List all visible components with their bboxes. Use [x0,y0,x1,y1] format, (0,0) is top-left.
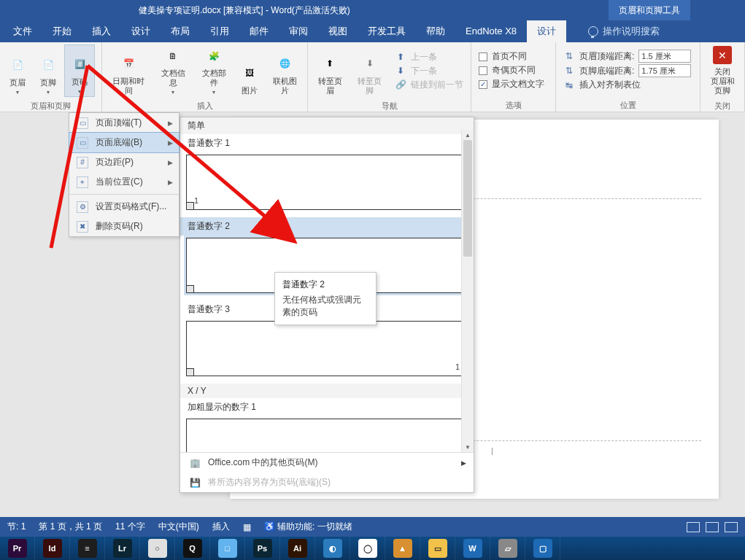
title-text: 健美操专项证明.docx [兼容模式] - Word(产品激活失败) [139,4,350,17]
chevron-down-icon: ▾ [16,89,19,96]
different-first-page[interactable]: 首页不同 [479,50,544,63]
taskbar-item[interactable]: ○ [140,537,175,560]
gallery-more-office[interactable]: 🏢Office.com 中的其他页码(M)▶ [180,453,474,472]
scroll-thumb[interactable] [463,140,472,257]
svg-line-0 [51,66,88,248]
header-distance-spinner[interactable]: 1.5 厘米 [638,50,691,63]
taskbar-item[interactable]: Ps [245,537,280,560]
tab-dev[interactable]: 开发工具 [358,20,416,42]
status-macro-icon[interactable]: ▦ [243,522,251,532]
header-button[interactable]: 📄页眉▾ [3,44,32,97]
taskbar-item[interactable]: ▭ [420,537,455,560]
group-label-nav: 导航 [308,99,471,112]
taskbar-item[interactable]: ≡ [70,537,105,560]
app-icon: ▲ [393,539,412,558]
goto-footer-icon: ⬇ [360,53,380,74]
taskbar-item[interactable]: W [455,537,490,560]
checkbox-icon[interactable] [479,66,487,75]
tab-view[interactable]: 视图 [318,20,358,42]
app-icon: Ps [253,539,272,558]
tab-layout[interactable]: 布局 [161,20,200,42]
app-icon: ▱ [498,539,517,558]
status-section[interactable]: 节: 1 [7,521,26,533]
prev-section: ⬆上一条 [395,51,463,63]
tab-review[interactable]: 审阅 [279,20,318,42]
tab-file[interactable]: 文件 [3,20,42,42]
tab-design[interactable]: 设计 [121,20,161,42]
app-icon: ▭ [428,539,447,558]
taskbar-item[interactable]: Pr [0,537,35,560]
goto-header-icon: ⬆ [320,53,340,74]
app-icon: ▢ [533,539,552,558]
app-icon: Pr [8,539,27,558]
tab-icon: ↹ [563,79,575,91]
status-words[interactable]: 11 个字 [115,521,145,533]
status-a11y[interactable]: ♿ 辅助功能: 一切就绪 [264,521,352,533]
close-hf-button[interactable]: ✕关闭 页眉和页脚 [703,44,741,97]
taskbar-item[interactable]: Lr [105,537,140,560]
status-page[interactable]: 第 1 页，共 1 页 [39,521,102,533]
gallery-item-plain3[interactable]: 1 [186,321,468,376]
view-print-icon[interactable] [706,522,719,532]
gallery-item-bold1-label: 加粗显示的数字 1 [180,398,474,416]
show-doc-text[interactable]: ✓显示文档文字 [479,78,544,90]
close-icon: ✕ [713,46,732,64]
app-icon: Id [43,539,62,558]
group-label-position: 位置 [556,98,700,112]
status-bar: 节: 1 第 1 页，共 1 页 11 个字 中文(中国) 插入 ▦ ♿ 辅助功… [0,517,745,537]
taskbar-item[interactable]: Q [175,537,210,560]
footer-distance-spinner[interactable]: 1.75 厘米 [638,64,691,77]
gallery-section-xy: X / Y [180,384,474,398]
tell-me-text: 操作说明搜索 [603,25,660,38]
taskbar-item[interactable]: ▢ [525,537,560,560]
tooltip-desc: 无任何格式或强调元素的页码 [282,294,368,319]
scroll-down-icon[interactable]: ▼ [462,442,474,452]
different-odd-even[interactable]: 奇偶页不同 [479,64,544,77]
tell-me-search[interactable]: 操作说明搜索 [588,25,660,38]
tab-insert[interactable]: 插入 [82,20,121,42]
tab-mailings[interactable]: 邮件 [239,20,279,42]
taskbar-item[interactable]: ▲ [385,537,420,560]
tab-help[interactable]: 帮助 [416,20,455,42]
insert-align-tab[interactable]: ↹插入对齐制表位 [563,79,691,91]
taskbar: PrId≡Lr○Q□PsAi◐◯▲▭W▱▢ [0,537,745,560]
taskbar-item[interactable]: ◐ [315,537,350,560]
view-read-icon[interactable] [687,522,700,532]
gallery-save-selection: 💾将所选内容另存为页码(底端)(S) [180,472,474,492]
taskbar-item[interactable]: □ [210,537,245,560]
app-icon: ◐ [323,539,342,558]
chevron-right-icon: ▶ [461,459,466,467]
app-icon: Q [183,539,202,558]
taskbar-item[interactable]: Ai [280,537,315,560]
app-icon: ◯ [358,539,377,558]
gallery-item-bold1[interactable]: 1 / 1 [186,419,468,452]
tab-endnote[interactable]: EndNote X8 [455,20,527,42]
prev-icon: ⬆ [395,51,406,63]
bulb-icon [588,26,598,36]
checkbox-icon[interactable]: ✓ [479,80,487,89]
status-insert[interactable]: 插入 [212,521,230,533]
text-cursor: | [491,446,493,455]
tooltip-title: 普通数字 2 [282,279,368,291]
taskbar-item[interactable]: ◯ [350,537,385,560]
tab-design-hf[interactable]: 设计 [527,20,566,42]
tab-references[interactable]: 引用 [200,20,239,42]
status-language[interactable]: 中文(中国) [158,521,199,533]
link-icon: 🔗 [395,79,406,90]
goto-footer-button[interactable]: ⬇转至页脚 [351,44,390,97]
tab-home[interactable]: 开始 [42,20,82,42]
link-previous: 🔗链接到前一节 [395,79,463,91]
scroll-up-icon[interactable]: ▲ [462,130,474,140]
taskbar-item[interactable]: ▱ [490,537,525,560]
view-web-icon[interactable] [725,522,738,532]
header-icon: 📄 [7,55,28,75]
svg-line-1 [88,66,292,239]
view-controls [687,522,738,532]
taskbar-item[interactable]: Id [35,537,70,560]
checkbox-icon[interactable] [479,52,487,61]
contextual-tab-label: 页眉和页脚工具 [609,0,690,20]
office-icon: 🏢 [189,457,201,469]
footer-distance: ⇅页脚底端距离:1.75 厘米 [563,64,691,77]
app-icon: □ [218,539,237,558]
gallery-scrollbar[interactable]: ▲▼ [461,130,474,452]
